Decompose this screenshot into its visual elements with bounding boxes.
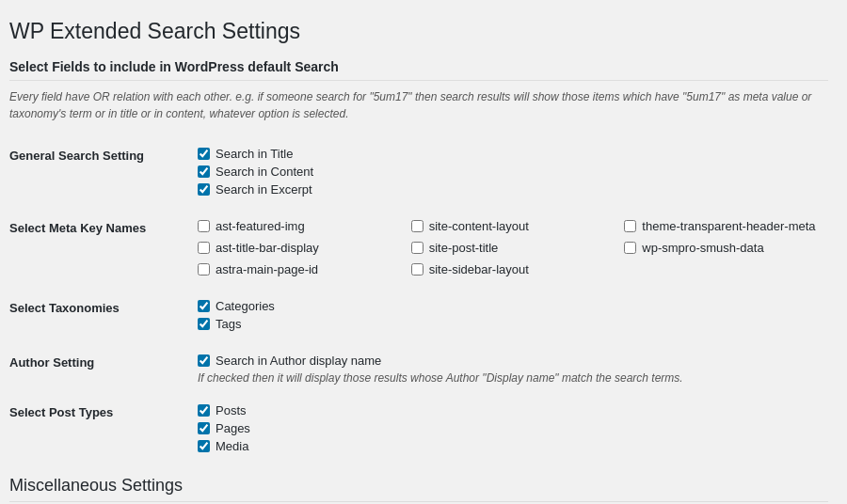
section-description: Every field have OR relation with each o… (9, 88, 828, 122)
meta-astra-main-row: astra-main-page-id (198, 262, 402, 276)
meta-site-content-checkbox[interactable] (411, 220, 424, 232)
tax-tags-row: Tags (198, 317, 828, 331)
meta-ast-title-row: ast-title-bar-display (198, 241, 402, 255)
general-search-row: General Search Setting Search in Title S… (9, 137, 828, 210)
meta-keys-options: ast-featured-img ast-title-bar-display a… (198, 210, 828, 290)
pt-posts-checkbox[interactable] (198, 404, 210, 417)
misc-title: Miscellaneous Settings (9, 476, 828, 502)
meta-astra-main-checkbox[interactable] (198, 263, 210, 276)
pt-pages-label[interactable]: Pages (216, 421, 250, 435)
author-setting-options: Search in Author display name If checked… (198, 344, 828, 394)
search-title-checkbox[interactable] (198, 148, 210, 160)
search-title-row: Search in Title (198, 147, 828, 161)
pt-posts-row: Posts (198, 403, 828, 417)
settings-table: General Search Setting Search in Title S… (9, 137, 828, 466)
search-content-row: Search in Content (198, 165, 828, 179)
tax-tags-label[interactable]: Tags (216, 317, 241, 331)
pt-media-label[interactable]: Media (216, 439, 248, 453)
tax-tags-checkbox[interactable] (198, 318, 210, 330)
section1-title: Select Fields to include in WordPress de… (9, 59, 828, 81)
author-display-row: Search in Author display name (198, 354, 828, 368)
search-excerpt-label[interactable]: Search in Excerpt (216, 182, 312, 197)
meta-theme-transparent-checkbox[interactable] (624, 220, 636, 232)
meta-site-post-label[interactable]: site-post-title (429, 241, 499, 255)
author-display-label[interactable]: Search in Author display name (216, 354, 381, 368)
general-search-options: Search in Title Search in Content Search… (198, 137, 828, 210)
pt-posts-label[interactable]: Posts (216, 403, 247, 417)
meta-ast-featured-checkbox[interactable] (198, 220, 210, 232)
post-types-options: Posts Pages Media (198, 394, 828, 466)
meta-keys-row: Select Meta Key Names ast-featured-img a… (9, 210, 828, 290)
settings-wrap: WP Extended Search Settings Select Field… (9, 19, 828, 504)
author-note: If checked then it will display those re… (198, 371, 828, 385)
tax-categories-checkbox[interactable] (198, 300, 210, 312)
meta-ast-title-label[interactable]: ast-title-bar-display (216, 241, 319, 255)
meta-site-sidebar-label[interactable]: site-sidebar-layout (429, 262, 529, 276)
post-types-row: Select Post Types Posts Pages Media (9, 394, 828, 466)
meta-col-1: ast-featured-img ast-title-bar-display a… (198, 219, 402, 280)
search-title-label[interactable]: Search in Title (216, 147, 293, 161)
tax-categories-row: Categories (198, 299, 828, 313)
pt-media-row: Media (198, 439, 828, 453)
general-search-label: General Search Setting (9, 137, 198, 210)
meta-wp-smpro-checkbox[interactable] (624, 242, 636, 254)
meta-col-3: theme-transparent-header-meta wp-smpro-s… (624, 219, 828, 280)
post-types-label: Select Post Types (9, 394, 198, 466)
author-setting-label: Author Setting (9, 344, 198, 394)
meta-site-content-row: site-content-layout (411, 219, 615, 233)
meta-theme-transparent-label[interactable]: theme-transparent-header-meta (642, 219, 815, 233)
pt-pages-row: Pages (198, 421, 828, 435)
meta-ast-featured-row: ast-featured-img (198, 219, 402, 233)
meta-site-content-label[interactable]: site-content-layout (429, 219, 529, 233)
page-title: WP Extended Search Settings (9, 19, 828, 44)
meta-keys-label: Select Meta Key Names (9, 210, 198, 290)
search-content-label[interactable]: Search in Content (216, 165, 313, 179)
search-excerpt-checkbox[interactable] (198, 183, 210, 196)
pt-pages-checkbox[interactable] (198, 422, 210, 434)
meta-site-sidebar-row: site-sidebar-layout (411, 262, 615, 276)
meta-site-post-row: site-post-title (411, 241, 615, 255)
meta-wp-smpro-label[interactable]: wp-smpro-smush-data (642, 241, 763, 255)
meta-site-sidebar-checkbox[interactable] (411, 263, 424, 276)
pt-media-checkbox[interactable] (198, 440, 210, 452)
meta-grid: ast-featured-img ast-title-bar-display a… (198, 219, 828, 280)
meta-astra-main-label[interactable]: astra-main-page-id (216, 262, 318, 276)
meta-ast-featured-label[interactable]: ast-featured-img (216, 219, 305, 233)
search-excerpt-row: Search in Excerpt (198, 182, 828, 197)
author-setting-row: Author Setting Search in Author display … (9, 344, 828, 394)
search-content-checkbox[interactable] (198, 165, 210, 178)
meta-ast-title-checkbox[interactable] (198, 242, 210, 254)
taxonomies-row: Select Taxonomies Categories Tags (9, 290, 828, 344)
tax-categories-label[interactable]: Categories (216, 299, 275, 313)
meta-site-post-checkbox[interactable] (411, 242, 424, 254)
taxonomies-options: Categories Tags (198, 290, 828, 344)
meta-wp-smpro-row: wp-smpro-smush-data (624, 241, 828, 255)
taxonomies-label: Select Taxonomies (9, 290, 198, 344)
meta-theme-transparent-row: theme-transparent-header-meta (624, 219, 828, 233)
author-display-checkbox[interactable] (198, 354, 210, 367)
meta-col-2: site-content-layout site-post-title site… (411, 219, 615, 280)
